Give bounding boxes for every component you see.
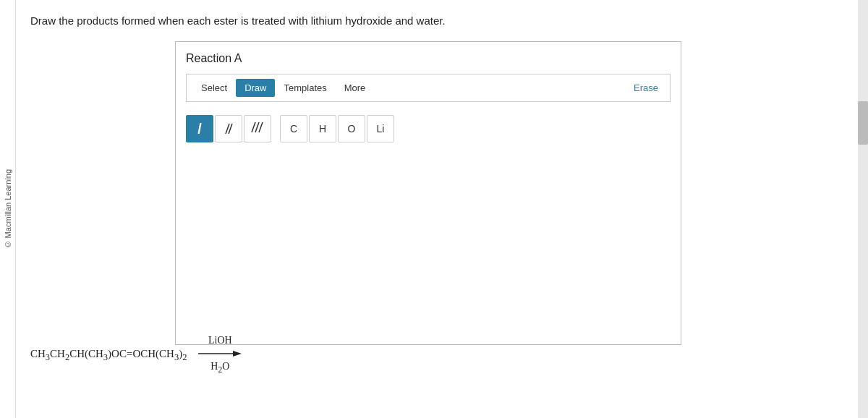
reaction-title: Reaction A bbox=[186, 52, 671, 65]
svg-line-4 bbox=[259, 122, 263, 132]
atom-h-button[interactable]: H bbox=[309, 115, 336, 142]
reaction-arrow-area: LiOH H2O bbox=[198, 335, 242, 375]
triple-bond-svg bbox=[250, 119, 265, 135]
reagent-top: LiOH bbox=[208, 335, 232, 346]
atom-c-button[interactable]: C bbox=[280, 115, 307, 142]
sidebar-label: © Macmillan Learning bbox=[4, 169, 12, 249]
single-bond-icon: / bbox=[197, 121, 202, 137]
select-button[interactable]: Select bbox=[192, 79, 236, 97]
triple-bond-icon bbox=[250, 119, 265, 138]
draw-button[interactable]: Draw bbox=[236, 79, 275, 97]
single-bond-button[interactable]: / bbox=[186, 115, 213, 142]
question-text: Draw the products formed when each ester… bbox=[30, 13, 854, 28]
page-wrapper: © Macmillan Learning Draw the products f… bbox=[0, 0, 868, 418]
atom-o-button[interactable]: O bbox=[338, 115, 365, 142]
drawing-area[interactable] bbox=[186, 145, 671, 312]
svg-marker-6 bbox=[233, 351, 242, 357]
reaction-arrow-svg bbox=[198, 348, 242, 359]
tools-row: / bbox=[186, 112, 671, 145]
chem-formula: CH3CH2CH(CH3)OC=OCH(CH3)2 bbox=[30, 344, 187, 366]
chem-formula-area: CH3CH2CH(CH3)OC=OCH(CH3)2 LiOH H2O bbox=[30, 335, 242, 375]
double-bond-button[interactable] bbox=[215, 115, 242, 142]
more-button[interactable]: More bbox=[336, 79, 375, 97]
toolbar: Select Draw Templates More Erase bbox=[186, 74, 671, 102]
svg-line-2 bbox=[252, 122, 255, 132]
scrollbar-thumb[interactable] bbox=[858, 101, 868, 145]
double-bond-icon bbox=[223, 121, 234, 137]
triple-bond-button[interactable] bbox=[244, 115, 271, 142]
scrollbar-container[interactable] bbox=[858, 0, 868, 418]
templates-button[interactable]: Templates bbox=[275, 79, 335, 97]
main-content: Draw the products formed when each ester… bbox=[16, 0, 868, 418]
atom-li-button[interactable]: Li bbox=[367, 115, 394, 142]
arrow-line bbox=[198, 348, 242, 359]
double-bond-svg bbox=[223, 121, 234, 137]
sidebar: © Macmillan Learning bbox=[0, 0, 16, 418]
erase-button[interactable]: Erase bbox=[628, 79, 664, 97]
reagent-bottom: H2O bbox=[210, 361, 229, 375]
svg-line-3 bbox=[255, 122, 259, 132]
reaction-panel: Reaction A Select Draw Templates More Er… bbox=[175, 41, 681, 345]
